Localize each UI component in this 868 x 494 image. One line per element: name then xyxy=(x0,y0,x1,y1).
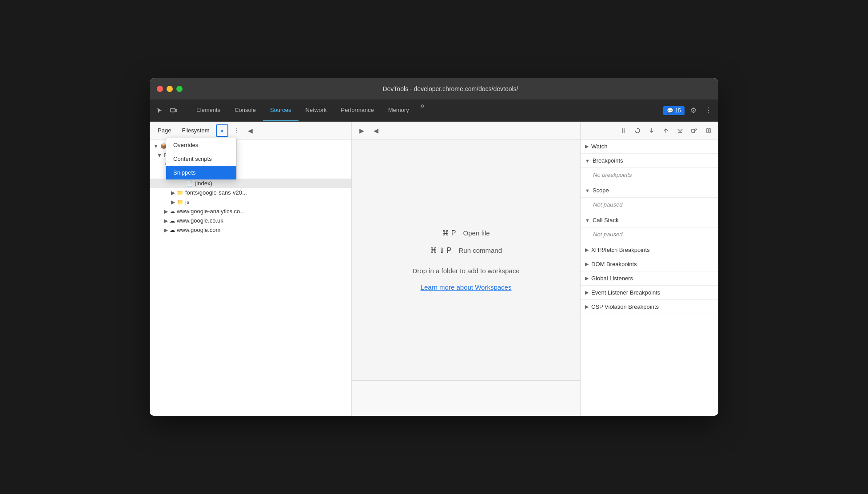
scope-empty: Not paused xyxy=(581,198,718,213)
tab-performance[interactable]: Performance xyxy=(334,100,381,121)
svg-rect-1 xyxy=(175,109,177,112)
workspace-text: Drop in a folder to add to workspace xyxy=(413,267,520,275)
google-com-icon: ☁ xyxy=(170,227,175,233)
resume-button[interactable] xyxy=(617,124,629,137)
middle-panel: ▶ ◀ ⌘ P Open file ⌘ ⇧ P Run command Drop… xyxy=(352,122,581,416)
svg-rect-9 xyxy=(709,128,710,133)
debug-toolbar xyxy=(581,122,718,139)
csp-label: CSP Violation Breakpoints xyxy=(591,303,659,310)
more-tabs-button[interactable]: » xyxy=(416,100,429,112)
tree-item-google-uk[interactable]: ▶ ☁ www.google.co.uk xyxy=(150,216,351,225)
step-into-button[interactable] xyxy=(645,124,658,137)
tree-item-js[interactable]: ▶ 📁 js xyxy=(150,197,351,207)
collapse-left-icon[interactable]: ◀ xyxy=(244,124,257,137)
pause-exceptions-button[interactable] xyxy=(702,124,715,137)
close-button[interactable] xyxy=(157,86,163,92)
notification-icon: 💬 xyxy=(667,108,673,114)
dom-section-header[interactable]: ▶ DOM Breakpoints xyxy=(581,257,718,271)
tab-sources[interactable]: Sources xyxy=(263,100,299,121)
step-out-button[interactable] xyxy=(660,124,672,137)
dropdown-content-scripts[interactable]: Content scripts xyxy=(166,152,236,166)
fonts-label: fonts/google-sans-v20... xyxy=(185,189,247,196)
scope-section-header[interactable]: ▼ Scope xyxy=(581,183,718,198)
google-uk-label: www.google.co.uk xyxy=(177,217,223,224)
cursor-icon[interactable] xyxy=(153,104,166,117)
watch-arrow: ▶ xyxy=(585,143,589,149)
js-label: js xyxy=(185,199,189,205)
xhr-section-header[interactable]: ▶ XHR/fetch Breakpoints xyxy=(581,243,718,257)
toolbar-left xyxy=(150,100,189,121)
analytics-icon: ☁ xyxy=(170,208,175,215)
more-options-button[interactable]: ⋮ xyxy=(702,104,715,117)
arrow-analytics: ▶ xyxy=(164,208,168,215)
step-over-button[interactable] xyxy=(631,124,644,137)
left-panel: Page Filesystem » ⋮ ◀ Overrides Content … xyxy=(150,122,352,416)
shortcut-open-file: ⌘ P Open file xyxy=(442,229,490,237)
middle-toolbar: ▶ ◀ xyxy=(352,122,580,139)
toolbar-right: 💬 15 ⚙ ⋮ xyxy=(660,100,718,121)
device-icon[interactable] xyxy=(167,104,180,117)
xhr-arrow: ▶ xyxy=(585,247,589,253)
open-file-label: Open file xyxy=(463,229,490,237)
arrow-google-uk: ▶ xyxy=(164,218,168,224)
more-sources-button[interactable]: » xyxy=(216,124,228,137)
sources-more-icon[interactable]: ⋮ xyxy=(230,124,243,137)
collapse-right-icon[interactable]: ◀ xyxy=(370,124,382,137)
tree-item-fonts[interactable]: ▶ 📁 fonts/google-sans-v20... xyxy=(150,188,351,197)
middle-content: ⌘ P Open file ⌘ ⇧ P Run command Drop in … xyxy=(352,139,580,380)
global-label: Global Listeners xyxy=(591,275,633,282)
callstack-section-header[interactable]: ▼ Call Stack xyxy=(581,213,718,227)
tab-elements[interactable]: Elements xyxy=(189,100,227,121)
csp-section-header[interactable]: ▶ CSP Violation Breakpoints xyxy=(581,300,718,314)
event-label: Event Listener Breakpoints xyxy=(591,289,660,296)
dropdown-snippets[interactable]: Snippets xyxy=(166,166,236,179)
scope-arrow: ▼ xyxy=(585,188,590,193)
callstack-empty: Not paused xyxy=(581,227,718,243)
breakpoints-label: Breakpoints xyxy=(593,157,623,164)
csp-arrow: ▶ xyxy=(585,304,589,310)
dropdown-overrides[interactable]: Overrides xyxy=(166,138,236,152)
global-arrow: ▶ xyxy=(585,275,589,281)
traffic-lights xyxy=(157,86,183,92)
dom-arrow: ▶ xyxy=(585,261,589,267)
notifications-badge[interactable]: 💬 15 xyxy=(663,106,685,115)
titlebar: DevTools - developer.chrome.com/docs/dev… xyxy=(150,78,718,100)
sources-toolbar: Page Filesystem » ⋮ ◀ Overrides Content … xyxy=(150,122,351,139)
breakpoints-empty: No breakpoints xyxy=(581,168,718,183)
devtools-window: DevTools - developer.chrome.com/docs/dev… xyxy=(150,78,718,416)
global-section-header[interactable]: ▶ Global Listeners xyxy=(581,271,718,286)
arrow-top: ▼ xyxy=(157,152,162,159)
watch-section-header[interactable]: ▶ Watch xyxy=(581,139,718,154)
tab-page[interactable]: Page xyxy=(153,125,175,135)
svg-rect-8 xyxy=(707,128,708,133)
maximize-button[interactable] xyxy=(176,86,183,92)
tree-item-index[interactable]: 📄 (index) xyxy=(150,179,351,188)
arrow-google-com: ▶ xyxy=(164,227,168,233)
tab-filesystem[interactable]: Filesystem xyxy=(177,125,214,135)
google-uk-icon: ☁ xyxy=(170,218,175,224)
learn-workspaces-link[interactable]: Learn more about Workspaces xyxy=(421,283,512,291)
run-command-label: Run command xyxy=(459,247,502,254)
event-section-header[interactable]: ▶ Event Listener Breakpoints xyxy=(581,286,718,300)
breakpoints-section-header[interactable]: ▼ Breakpoints xyxy=(581,154,718,168)
js-icon: 📁 xyxy=(177,199,183,205)
fonts-icon: 📁 xyxy=(177,190,183,196)
play-icon[interactable]: ▶ xyxy=(355,124,368,137)
settings-button[interactable]: ⚙ xyxy=(687,104,700,117)
tree-item-analytics[interactable]: ▶ ☁ www.google-analytics.co... xyxy=(150,207,351,216)
xhr-label: XHR/fetch Breakpoints xyxy=(591,247,650,253)
deactivate-button[interactable] xyxy=(688,124,701,137)
right-content: ▶ Watch ▼ Breakpoints No breakpoints ▼ S… xyxy=(581,139,718,416)
watch-label: Watch xyxy=(591,143,607,150)
minimize-button[interactable] xyxy=(167,86,173,92)
tab-network[interactable]: Network xyxy=(299,100,334,121)
tree-item-google-com[interactable]: ▶ ☁ www.google.com xyxy=(150,225,351,235)
dropdown-menu: Overrides Content scripts Snippets xyxy=(166,138,237,180)
callstack-label: Call Stack xyxy=(593,217,619,223)
step-button[interactable] xyxy=(674,124,686,137)
tab-memory[interactable]: Memory xyxy=(381,100,416,121)
file-tree: ▼ 📦 Deployed ▼ ☐ top ▼ ☁ developer.chrom… xyxy=(150,139,351,416)
content-area: Page Filesystem » ⋮ ◀ Overrides Content … xyxy=(150,122,718,416)
tab-console[interactable]: Console xyxy=(227,100,263,121)
open-file-keys: ⌘ P xyxy=(442,229,456,237)
